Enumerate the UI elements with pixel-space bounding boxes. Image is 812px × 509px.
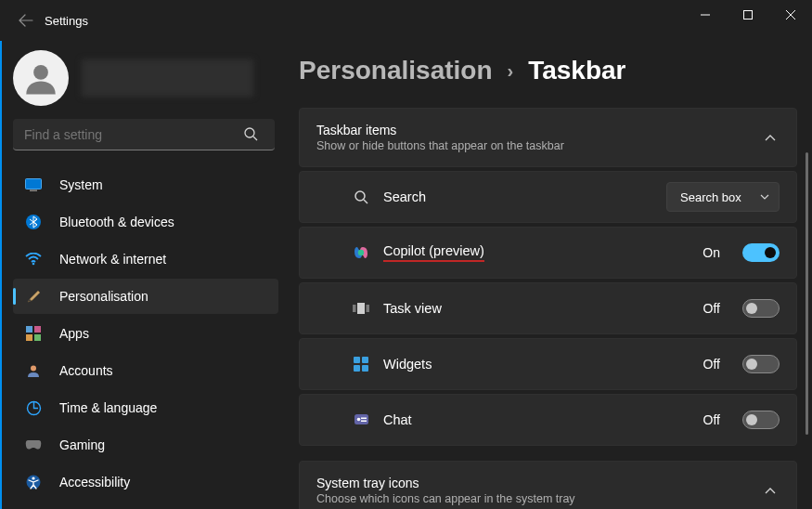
item-label: Widgets	[383, 357, 690, 372]
svg-point-11	[31, 366, 36, 372]
arrow-left-icon	[19, 13, 33, 28]
breadcrumb-leaf: Taskbar	[528, 56, 625, 85]
minimize-button[interactable]	[684, 0, 727, 30]
user-block[interactable]	[13, 41, 278, 119]
svg-rect-7	[26, 326, 32, 333]
paintbrush-icon	[24, 287, 43, 306]
window-left-accent	[0, 41, 2, 509]
widgets-icon	[352, 355, 370, 373]
sidebar: System Bluetooth & devices Network & int…	[0, 41, 288, 509]
maximize-icon	[743, 10, 753, 20]
close-button[interactable]	[769, 0, 812, 30]
section-title: Taskbar items	[316, 123, 761, 137]
avatar	[13, 50, 69, 106]
svg-rect-20	[354, 357, 360, 363]
section-title: System tray icons	[316, 476, 761, 490]
user-name-redacted	[82, 59, 253, 97]
breadcrumb: Personalisation › Taskbar	[299, 41, 797, 108]
chat-icon	[352, 411, 370, 429]
svg-point-6	[32, 263, 35, 266]
chat-toggle[interactable]	[742, 411, 780, 429]
nav-gaming[interactable]: Gaming	[13, 427, 278, 463]
item-taskview: Task view Off	[299, 282, 797, 334]
maximize-button[interactable]	[727, 0, 769, 30]
svg-rect-4	[30, 190, 37, 192]
nav-label: Bluetooth & devices	[59, 215, 174, 229]
search-icon	[243, 126, 258, 144]
svg-rect-8	[34, 326, 41, 333]
nav: System Bluetooth & devices Network & int…	[13, 167, 278, 500]
breadcrumb-parent[interactable]: Personalisation	[299, 56, 493, 85]
item-label: Chat	[383, 412, 690, 427]
nav-label: Apps	[59, 326, 89, 341]
titlebar: Settings	[0, 0, 812, 41]
svg-rect-10	[34, 334, 41, 341]
system-icon	[24, 176, 43, 194]
nav-network[interactable]: Network & internet	[13, 241, 278, 277]
accounts-icon	[24, 361, 43, 380]
svg-rect-0	[744, 11, 753, 20]
main: Personalisation › Taskbar Taskbar items …	[288, 41, 812, 509]
window-title: Settings	[45, 14, 88, 28]
widgets-toggle[interactable]	[742, 355, 780, 373]
svg-rect-19	[367, 305, 370, 312]
svg-point-2	[245, 128, 254, 137]
scrollbar[interactable]	[806, 152, 808, 435]
nav-system[interactable]: System	[13, 167, 278, 202]
search-icon	[352, 188, 370, 206]
nav-apps[interactable]: Apps	[13, 316, 278, 351]
chevron-up-icon	[761, 483, 780, 498]
nav-personalisation[interactable]: Personalisation	[13, 279, 278, 314]
item-label: Copilot (preview)	[383, 243, 484, 262]
item-chat: Chat Off	[299, 394, 797, 446]
chevron-up-icon	[761, 130, 780, 145]
svg-rect-27	[361, 420, 367, 422]
section-subtitle: Choose which icons can appear in the sys…	[316, 492, 761, 505]
toggle-state: Off	[703, 412, 720, 427]
search-input[interactable]	[13, 119, 275, 150]
chevron-right-icon: ›	[508, 60, 514, 82]
svg-rect-3	[26, 179, 42, 189]
section-taskbar-items[interactable]: Taskbar items Show or hide buttons that …	[299, 108, 797, 167]
search-mode-dropdown[interactable]: Search box	[666, 182, 780, 212]
section-subtitle: Show or hide buttons that appear on the …	[316, 139, 761, 152]
dropdown-value: Search box	[680, 190, 753, 204]
gaming-icon	[24, 436, 43, 454]
svg-rect-18	[357, 303, 365, 314]
nav-time-language[interactable]: Time & language	[13, 390, 278, 425]
svg-point-1	[33, 65, 48, 80]
svg-rect-23	[362, 365, 368, 372]
svg-point-14	[32, 476, 34, 479]
back-button[interactable]	[7, 0, 45, 41]
bluetooth-icon	[24, 213, 43, 231]
svg-rect-22	[354, 365, 360, 372]
nav-label: Gaming	[59, 437, 105, 452]
nav-label: System	[59, 177, 103, 192]
minimize-icon	[701, 10, 710, 20]
copilot-toggle[interactable]	[742, 243, 780, 262]
copilot-icon	[352, 243, 370, 262]
svg-rect-21	[362, 357, 368, 363]
nav-bluetooth[interactable]: Bluetooth & devices	[13, 204, 278, 240]
item-widgets: Widgets Off	[299, 338, 797, 390]
item-label: Search	[383, 189, 653, 204]
nav-label: Accounts	[59, 363, 113, 378]
toggle-state: Off	[703, 301, 720, 316]
nav-accessibility[interactable]: Accessibility	[13, 464, 278, 500]
item-label: Task view	[383, 301, 690, 316]
person-icon	[21, 59, 60, 98]
svg-rect-17	[353, 305, 356, 312]
svg-point-15	[355, 191, 365, 201]
sidebar-search	[13, 119, 278, 150]
chevron-down-icon	[760, 194, 769, 200]
svg-rect-26	[361, 417, 367, 419]
svg-rect-24	[354, 414, 368, 424]
taskview-toggle[interactable]	[742, 299, 780, 318]
globe-clock-icon	[24, 398, 43, 417]
apps-icon	[24, 324, 43, 343]
nav-accounts[interactable]: Accounts	[13, 353, 278, 388]
nav-label: Accessibility	[59, 475, 130, 489]
section-systray-icons[interactable]: System tray icons Choose which icons can…	[299, 461, 797, 509]
item-copilot: Copilot (preview) On	[299, 227, 797, 279]
accessibility-icon	[24, 473, 43, 491]
